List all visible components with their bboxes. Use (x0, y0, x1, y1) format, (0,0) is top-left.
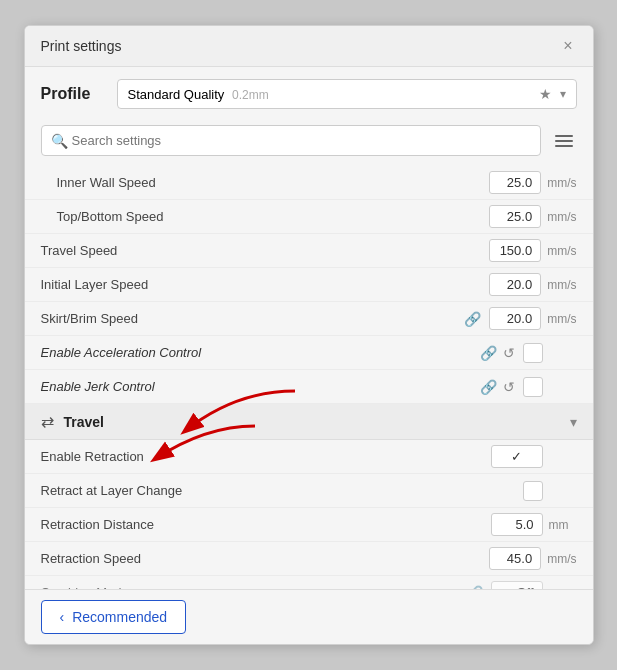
menu-bar-3 (555, 145, 573, 147)
link-icon[interactable]: 🔗 (480, 379, 497, 395)
setting-value[interactable]: 20.0 (489, 307, 541, 330)
setting-value[interactable]: 45.0 (489, 547, 541, 570)
settings-outer: Inner Wall Speed 25.0 mm/s Top/Bottom Sp… (25, 166, 593, 589)
travel-section-header[interactable]: ⇄ Travel ▾ (25, 404, 593, 440)
table-row: Retraction Distance 5.0 mm (25, 508, 593, 542)
profile-dropdown-sub: 0.2mm (232, 88, 269, 102)
search-icon: 🔍 (51, 133, 68, 149)
travel-icon: ⇄ (41, 412, 54, 431)
star-icon[interactable]: ★ (539, 86, 552, 102)
bottom-bar: ‹ Recommended (25, 589, 593, 644)
table-row: Travel Speed 150.0 mm/s (25, 234, 593, 268)
table-row: Top/Bottom Speed 25.0 mm/s (25, 200, 593, 234)
settings-list: Inner Wall Speed 25.0 mm/s Top/Bottom Sp… (25, 166, 593, 589)
close-button[interactable]: × (559, 36, 576, 56)
setting-unit: mm/s (547, 210, 576, 224)
setting-value[interactable]: 150.0 (489, 239, 541, 262)
setting-icons: 🔗 (466, 585, 483, 590)
setting-unit: mm/s (547, 552, 576, 566)
menu-bar-1 (555, 135, 573, 137)
setting-unit: mm (549, 518, 577, 532)
profile-dropdown[interactable]: Standard Quality 0.2mm ★ ▾ (117, 79, 577, 109)
table-row: Inner Wall Speed 25.0 mm/s (25, 166, 593, 200)
setting-name: Combing Mode (41, 585, 466, 589)
search-input[interactable] (41, 125, 541, 156)
setting-name: Skirt/Brim Speed (41, 311, 465, 326)
chevron-down-icon: ▾ (560, 87, 566, 101)
table-row: Enable Jerk Control 🔗 ↺ (25, 370, 593, 404)
print-settings-window: Print settings × Profile Standard Qualit… (24, 25, 594, 645)
link-icon[interactable]: 🔗 (466, 585, 483, 590)
table-row: Retraction Speed 45.0 mm/s (25, 542, 593, 576)
setting-name: Retraction Distance (41, 517, 491, 532)
setting-value[interactable]: 25.0 (489, 171, 541, 194)
setting-icons: 🔗 (464, 311, 481, 327)
setting-checkbox-checked[interactable]: ✓ (491, 445, 543, 468)
menu-icon[interactable] (551, 131, 577, 151)
table-row: Enable Acceleration Control 🔗 ↺ (25, 336, 593, 370)
table-row: Enable Retraction ✓ (25, 440, 593, 474)
setting-unit: mm/s (547, 312, 576, 326)
setting-name: Enable Retraction (41, 449, 491, 464)
link-icon[interactable]: 🔗 (480, 345, 497, 361)
setting-name: Inner Wall Speed (57, 175, 490, 190)
setting-unit: mm/s (547, 278, 576, 292)
title-bar: Print settings × (25, 26, 593, 67)
section-title: Travel (64, 414, 570, 430)
menu-bar-2 (555, 140, 573, 142)
profile-label: Profile (41, 85, 101, 103)
setting-name: Enable Acceleration Control (41, 345, 480, 360)
setting-name: Enable Jerk Control (41, 379, 480, 394)
setting-name: Retraction Speed (41, 551, 490, 566)
setting-unit: mm/s (547, 244, 576, 258)
setting-checkbox[interactable] (523, 377, 543, 397)
setting-name: Initial Layer Speed (41, 277, 490, 292)
search-row: 🔍 (25, 121, 593, 166)
setting-value[interactable]: Off (491, 581, 543, 589)
table-row: Retract at Layer Change (25, 474, 593, 508)
reset-icon[interactable]: ↺ (503, 345, 515, 361)
recommended-button[interactable]: ‹ Recommended (41, 600, 187, 634)
search-wrapper: 🔍 (41, 125, 541, 156)
reset-icon[interactable]: ↺ (503, 379, 515, 395)
window-title: Print settings (41, 38, 122, 54)
chevron-left-icon: ‹ (60, 609, 65, 625)
setting-name: Travel Speed (41, 243, 490, 258)
setting-value[interactable]: 5.0 (491, 513, 543, 536)
table-row: Initial Layer Speed 20.0 mm/s (25, 268, 593, 302)
setting-icons: 🔗 ↺ (480, 345, 515, 361)
setting-name: Top/Bottom Speed (57, 209, 490, 224)
section-chevron-icon: ▾ (570, 414, 577, 430)
profile-row: Profile Standard Quality 0.2mm ★ ▾ (25, 67, 593, 121)
setting-value[interactable]: 20.0 (489, 273, 541, 296)
setting-value[interactable]: 25.0 (489, 205, 541, 228)
profile-dropdown-text: Standard Quality 0.2mm (128, 87, 269, 102)
setting-icons: 🔗 ↺ (480, 379, 515, 395)
setting-unit: mm/s (547, 176, 576, 190)
profile-dropdown-icons: ★ ▾ (539, 86, 566, 102)
recommended-label: Recommended (72, 609, 167, 625)
table-row: Skirt/Brim Speed 🔗 20.0 mm/s (25, 302, 593, 336)
setting-checkbox[interactable] (523, 481, 543, 501)
table-row: Combing Mode 🔗 Off (25, 576, 593, 589)
link-icon[interactable]: 🔗 (464, 311, 481, 327)
setting-checkbox[interactable] (523, 343, 543, 363)
setting-name: Retract at Layer Change (41, 483, 523, 498)
